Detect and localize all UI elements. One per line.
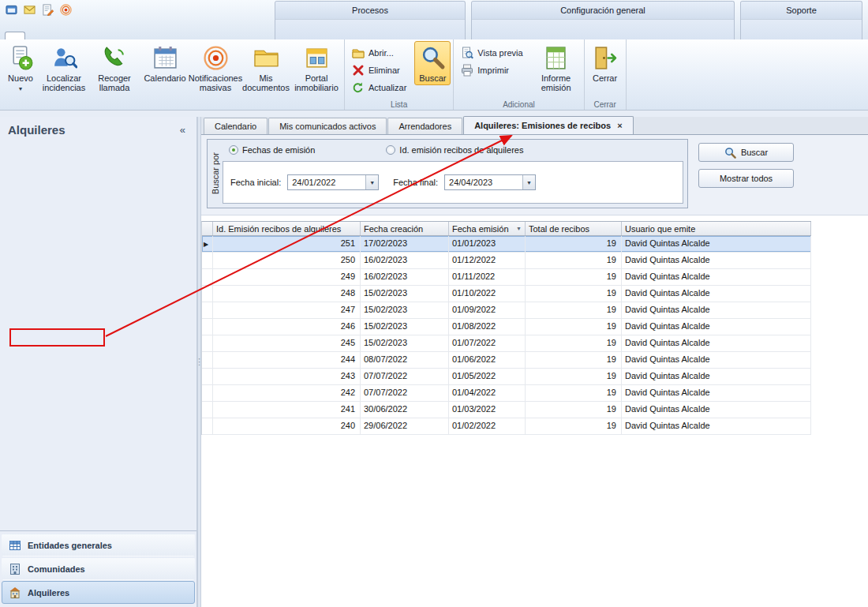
imprimir-button[interactable]: Imprimir [459,63,527,77]
sidebar-item[interactable] [0,395,196,410]
informe-emision-button[interactable]: Informe emisión [531,41,582,95]
document-tab[interactable]: Alquileres: Emisiones de recibos × [463,116,633,134]
recoger-llamada-button[interactable]: Recoger llamada [89,41,140,95]
sidebar-item[interactable] [0,332,196,347]
fecha-inicial-value[interactable]: 24/01/2022 [288,175,365,189]
sidebar-item[interactable] [0,142,196,158]
buscar-ribbon-button[interactable]: Buscar [414,41,451,85]
sidebar-item[interactable] [0,410,196,426]
sidebar-item[interactable] [0,300,196,316]
ribbon-tab[interactable] [505,32,521,39]
column-header-fecha-emision[interactable]: Fecha emisión ▼ [449,222,526,235]
sidebar-item[interactable] [0,474,196,489]
app-window-icon[interactable] [3,2,19,17]
localizar-incidencias-button[interactable]: Localizar incidencias [39,41,89,95]
sidebar-item[interactable] [0,268,196,284]
ribbon-tab[interactable] [25,32,46,39]
abrir-button[interactable]: Abrir... [350,46,411,60]
eliminar-button[interactable]: Eliminar [350,63,411,77]
ribbon-category-configuracion: Configuración general [471,1,735,39]
ribbon-tab[interactable] [743,32,758,39]
nuevo-button[interactable]: Nuevo ▼ [2,41,39,96]
fecha-inicial-combo[interactable]: 24/01/2022 ▼ [287,174,379,190]
cell-usuario: David Quintas Alcalde [622,286,811,302]
ribbon-tab[interactable] [309,32,324,39]
grid-row[interactable]: ▶ 248 15/02/2023 01/10/2022 19 David Qui… [202,286,811,302]
sidebar-item[interactable] [0,205,196,221]
mostrar-todos-button[interactable]: Mostrar todos [698,169,794,188]
grid-row[interactable]: ▶ 241 30/06/2022 01/03/2022 19 David Qui… [202,402,811,418]
grid-row[interactable]: ▶ 245 15/02/2023 01/07/2022 19 David Qui… [202,335,811,352]
buscar-button[interactable]: Buscar [698,143,794,162]
collapse-sidebar-icon[interactable]: « [177,124,189,136]
ribbon-tab[interactable] [293,32,309,39]
sidebar-item[interactable] [0,489,196,505]
grid-row[interactable]: ▶ 244 08/07/2022 01/06/2022 19 David Qui… [202,352,811,369]
sidebar-item[interactable] [0,284,196,300]
column-header-total-recibos[interactable]: Total de recibos [526,222,622,235]
fecha-final-combo[interactable]: 24/04/2023 ▼ [444,174,536,190]
cell-total-recibos: 19 [526,286,622,302]
sidebar-item[interactable] [0,363,196,379]
row-indicator-cell: ▶ [202,319,213,335]
notificaciones-masivas-button[interactable]: Notificaciones masivas [190,41,241,95]
dropdown-icon[interactable]: ▼ [522,175,535,189]
sidebar-item[interactable] [0,253,196,268]
mail-icon[interactable] [21,2,37,17]
buscar-por-side-label: Buscar por [208,140,223,208]
sidebar-item[interactable] [0,347,196,363]
radio-option[interactable]: Id. emisión recibos de alquileres [386,145,523,155]
ribbon-tab[interactable] [46,32,66,39]
ribbon-tab[interactable] [473,32,489,39]
mis-documentos-button[interactable]: Mis documentos [241,41,291,95]
sidebar-item[interactable] [0,174,196,189]
ribbon-tab[interactable] [758,32,774,39]
ribbon-tab[interactable] [277,32,293,39]
sidebar-item[interactable] [0,221,196,237]
alquileres-button[interactable]: Alquileres [2,581,195,604]
grid-row[interactable]: ▶ 250 16/02/2023 01/12/2022 19 David Qui… [202,253,811,269]
edit-note-icon[interactable] [39,2,55,17]
entidades-generales-button[interactable]: Entidades generales [2,534,195,556]
grid-row[interactable]: ▶ 251 17/02/2023 01/01/2023 19 David Qui… [202,236,811,253]
ribbon-tab[interactable] [5,32,25,39]
sidebar-item[interactable] [0,158,196,174]
column-header-id-emision[interactable]: Id. Emisión recibos de alquileres [213,222,361,235]
comunidades-button[interactable]: Comunidades [2,557,195,580]
sidebar-item[interactable] [0,237,196,253]
grid-row[interactable]: ▶ 246 15/02/2023 01/08/2022 19 David Qui… [202,319,811,335]
exit-door-icon [592,45,618,71]
sidebar-item[interactable] [0,458,196,474]
document-tab[interactable]: Calendario × [204,118,268,134]
portal-inmobiliario-button[interactable]: Portal inmobiliario [291,41,342,95]
cell-fecha-emision: 01/03/2022 [449,402,526,418]
sidebar-item[interactable] [0,316,196,332]
actualizar-button[interactable]: Actualizar [350,81,411,95]
column-header-usuario[interactable]: Usuario que emite [622,222,811,235]
sidebar-item[interactable] [0,379,196,395]
vista-previa-button[interactable]: Vista previa [459,46,527,60]
sidebar-item[interactable] [0,426,196,442]
fecha-final-value[interactable]: 24/04/2023 [445,175,522,189]
sidebar-item[interactable] [0,189,196,205]
dropdown-icon[interactable]: ▼ [365,175,378,189]
cell-usuario: David Quintas Alcalde [622,369,811,384]
fecha-final-label: Fecha final: [393,178,438,187]
grid-row[interactable]: ▶ 242 07/07/2022 01/04/2022 19 David Qui… [202,385,811,402]
ribbon-tab[interactable] [66,32,87,39]
cell-fecha-creacion: 17/02/2023 [361,236,449,252]
document-tab[interactable]: Arrendadores × [387,118,462,134]
close-tab-icon[interactable]: × [617,121,622,130]
grid-row[interactable]: ▶ 243 07/07/2022 01/05/2022 19 David Qui… [202,369,811,385]
radio-option[interactable]: Fechas de emisión [229,145,315,155]
cerrar-button[interactable]: Cerrar [587,41,623,85]
calendario-button[interactable]: Calendario [140,41,190,85]
ribbon-tab[interactable] [489,32,505,39]
broadcast-icon[interactable] [58,2,73,17]
column-header-fecha-creacion[interactable]: Fecha creación [361,222,449,235]
document-tab[interactable]: Mis comunicados activos × [268,118,387,134]
grid-row[interactable]: ▶ 249 16/02/2023 01/11/2022 19 David Qui… [202,269,811,286]
grid-row[interactable]: ▶ 240 29/06/2022 01/02/2022 19 David Qui… [202,418,811,435]
grid-row[interactable]: ▶ 247 15/02/2023 01/09/2022 19 David Qui… [202,302,811,319]
sidebar-item[interactable] [0,442,196,458]
